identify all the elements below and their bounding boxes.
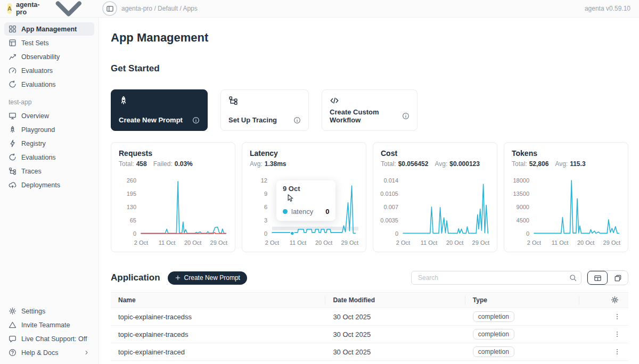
chart-x-axis: 2 Oct11 Oct20 Oct29 Oct: [141, 239, 227, 247]
sidebar-item-label: Playground: [21, 126, 55, 134]
stat-card-title: Requests: [119, 149, 227, 158]
chart-line-icon: [9, 53, 17, 61]
sidebar-item-label: Live Chat Support: Off: [21, 335, 87, 343]
sidebar-item-label: Help & Docs: [21, 349, 58, 357]
refresh-icon: [9, 153, 17, 161]
sidebar-item-label: Registry: [21, 140, 46, 147]
tooltip-series-name: latency: [291, 208, 313, 216]
main-content: App Management Get Started Create New Pr…: [99, 18, 639, 364]
row-actions-cell: [579, 313, 628, 320]
sidebar-item-settings[interactable]: Settings: [4, 304, 94, 318]
sidebar-item-label: Evaluators: [21, 67, 53, 75]
triangle-icon: [9, 321, 17, 329]
row-actions-cell: [579, 348, 628, 355]
gear-icon[interactable]: [611, 296, 619, 304]
table-view-button[interactable]: [587, 271, 608, 285]
type-badge: completion: [473, 346, 514, 357]
sidebar-item-evaluators[interactable]: Evaluators: [4, 64, 94, 77]
sidebar-app-items: OverviewPlaygroundRegistryEvaluationsTra…: [0, 109, 99, 192]
row-menu-icon[interactable]: [613, 313, 621, 320]
get-started-card-create-new-prompt[interactable]: Create New Prompt: [111, 89, 208, 131]
type-badge: completion: [473, 329, 514, 340]
sidebar-item-traces[interactable]: Traces: [4, 164, 94, 178]
card-view-button[interactable]: [608, 271, 628, 285]
column-header-name[interactable]: Name: [111, 296, 325, 305]
cloud-up-icon: [9, 181, 17, 189]
requests-stat-card: RequestsTotal:458Failed:0.03%06513019526…: [111, 142, 235, 252]
sidebar-item-live-chat-support-off[interactable]: Live Chat Support: Off: [4, 332, 94, 345]
stat-metric: Total:52,806: [512, 160, 548, 168]
x-axis-tick: 2 Oct: [527, 239, 541, 246]
stat-metric: Total:458: [119, 160, 147, 168]
sidebar-item-invite-teammate[interactable]: Invite Teammate: [4, 318, 94, 332]
type-badge: completion: [473, 311, 514, 322]
breadcrumb: agenta-pro / Default / Apps: [121, 5, 198, 12]
table-row[interactable]: topic-explainer-traceds30 Oct 2025comple…: [111, 326, 628, 343]
sidebar-item-observability[interactable]: Observability: [4, 50, 94, 63]
date-modified-cell: 30 Oct 2025: [325, 348, 465, 356]
create-new-prompt-button[interactable]: Create New Prompt: [168, 271, 247, 285]
tooltip-date: 9 Oct: [283, 185, 329, 193]
table-view-icon: [594, 274, 602, 282]
column-header-type[interactable]: Type: [465, 296, 579, 305]
info-icon[interactable]: [293, 117, 301, 124]
search-icon[interactable]: [569, 274, 577, 282]
x-axis-tick: 2 Oct: [396, 239, 410, 246]
get-started-card-set-up-tracing[interactable]: Set Up Tracing: [220, 89, 309, 131]
chart-x-axis: 2 Oct11 Oct20 Oct29 Oct: [272, 239, 358, 247]
y-axis-tick: 260: [127, 177, 136, 184]
sidebar-item-deployments[interactable]: Deployments: [4, 178, 94, 192]
chevron-right-icon: [83, 349, 90, 356]
sidebar-item-playground[interactable]: Playground: [4, 123, 94, 136]
column-header-date-modified[interactable]: Date Modified: [325, 296, 465, 305]
table-row[interactable]: career-assessment27 Oct 2025completion: [111, 361, 628, 364]
y-axis-tick: 0.007: [383, 204, 398, 210]
search-input[interactable]: [417, 274, 569, 282]
sidebar-item-label: Settings: [21, 308, 45, 315]
x-axis-tick: 11 Oct: [159, 239, 176, 246]
sidebar: App ManagementTest SetsObservabilityEval…: [0, 18, 99, 364]
y-axis-tick: 9000: [517, 204, 529, 210]
sidebar-item-app-management[interactable]: App Management: [4, 22, 94, 36]
grid-icon: [9, 25, 17, 33]
y-axis-tick: 3: [264, 217, 267, 224]
info-icon[interactable]: [192, 117, 200, 124]
sidebar-toggle-button[interactable]: [102, 1, 117, 16]
sidebar-item-help-docs[interactable]: Help & Docs: [4, 346, 94, 359]
row-menu-icon[interactable]: [613, 330, 621, 338]
workspace-name: agenta-pro: [16, 1, 39, 16]
latency-stat-card: LatencyAvg:1.38ms0369129 Octlatency02 Oc…: [242, 142, 366, 252]
chart-y-axis: 0450090001350018000: [512, 174, 534, 237]
tree-icon: [228, 96, 238, 105]
info-icon[interactable]: [402, 112, 409, 120]
sidebar-item-label: Invite Teammate: [21, 321, 70, 329]
sidebar-item-label: Test Sets: [21, 39, 48, 47]
sidebar-item-evaluations[interactable]: Evaluations: [4, 151, 94, 164]
sidebar-footer-items: SettingsInvite TeammateLive Chat Support…: [0, 304, 99, 360]
chart-plot: [403, 174, 489, 237]
table-row[interactable]: topic-explainer-tracedss30 Oct 2025compl…: [111, 308, 628, 326]
row-menu-icon[interactable]: [613, 348, 621, 355]
table-row[interactable]: topic-explainer-traced30 Oct 2025complet…: [111, 343, 628, 361]
panel-left-icon: [106, 5, 114, 13]
sidebar-item-label: Overview: [21, 112, 49, 120]
sidebar-item-registry[interactable]: Registry: [4, 137, 94, 150]
y-axis-tick: 0: [264, 230, 267, 237]
get-started-card-create-custom-workflow[interactable]: Create Custom Workflow: [322, 89, 417, 131]
x-axis-tick: 29 Oct: [603, 239, 620, 246]
get-started-card-label: Create Custom Workflow: [330, 108, 398, 124]
tree-icon: [9, 167, 17, 175]
workspace-avatar: A: [7, 3, 12, 14]
stat-metric: Avg:115.3: [555, 160, 585, 168]
chart-y-axis: 036912: [250, 174, 272, 237]
sidebar-main-items: App ManagementTest SetsObservabilityEval…: [0, 22, 99, 92]
sidebar-item-test-sets[interactable]: Test Sets: [4, 36, 94, 49]
sidebar-item-evaluations[interactable]: Evaluations: [4, 78, 94, 91]
stat-metric: Avg:1.38ms: [250, 160, 286, 168]
stat-card-title: Tokens: [512, 149, 620, 158]
x-axis-tick: 20 Oct: [446, 239, 463, 246]
cursor-icon: [285, 194, 294, 202]
y-axis-tick: 12: [261, 177, 267, 184]
x-axis-tick: 20 Oct: [577, 239, 594, 246]
sidebar-item-overview[interactable]: Overview: [4, 109, 94, 122]
